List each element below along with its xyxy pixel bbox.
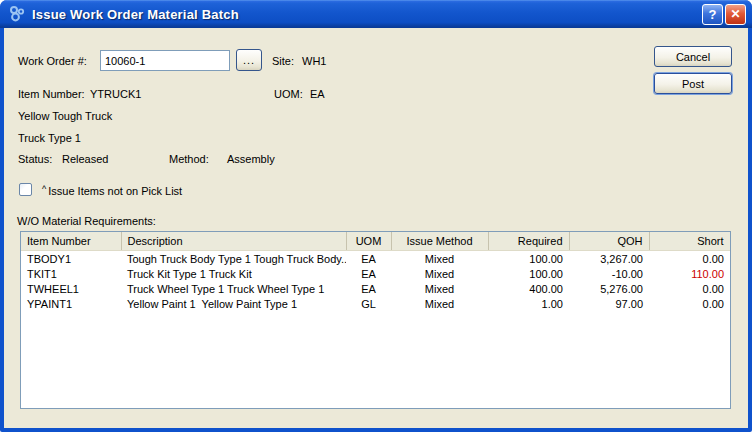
column-header-qoh[interactable]: QOH bbox=[569, 232, 649, 251]
column-header-short[interactable]: Short bbox=[649, 232, 730, 251]
grid-caption: W/O Material Requirements: bbox=[17, 215, 156, 227]
column-header-required[interactable]: Required bbox=[488, 232, 569, 251]
cell-uom: EA bbox=[346, 266, 391, 281]
issue-items-checkbox-label[interactable]: ^Issue Items not on Pick List bbox=[42, 184, 182, 197]
uom-label: UOM: bbox=[274, 88, 303, 100]
grid-row[interactable]: TBODY1 Tough Truck Body Type 1 Tough Tru… bbox=[21, 251, 730, 267]
material-requirements-grid[interactable]: Item Number Description UOM Issue Method… bbox=[20, 231, 731, 409]
method-value: Assembly bbox=[227, 153, 275, 165]
column-header-issue-method[interactable]: Issue Method bbox=[391, 232, 488, 251]
method-label: Method: bbox=[169, 153, 209, 165]
app-icon bbox=[8, 5, 26, 23]
cell-uom: EA bbox=[346, 251, 391, 267]
cell-qoh: 3,267.00 bbox=[569, 251, 649, 267]
column-header-item-number[interactable]: Item Number bbox=[21, 232, 121, 251]
cell-required: 1.00 bbox=[488, 296, 569, 311]
cell-short: 0.00 bbox=[649, 281, 730, 296]
status-label: Status: bbox=[18, 153, 52, 165]
item-number-value: YTRUCK1 bbox=[90, 88, 141, 100]
cell-item-number: TBODY1 bbox=[21, 251, 121, 267]
cell-qoh: 5,276.00 bbox=[569, 281, 649, 296]
grid-header-row: Item Number Description UOM Issue Method… bbox=[21, 232, 730, 251]
site-label: Site: bbox=[272, 55, 294, 67]
cell-issue-method: Mixed bbox=[391, 266, 488, 281]
dialog-body: Work Order #: ... Site: WH1 Cancel Post … bbox=[4, 28, 748, 428]
work-order-lookup-button[interactable]: ... bbox=[236, 49, 262, 71]
cell-issue-method: Mixed bbox=[391, 251, 488, 267]
cell-required: 100.00 bbox=[488, 266, 569, 281]
cell-short: 110.00 bbox=[649, 266, 730, 281]
window-title: Issue Work Order Material Batch bbox=[32, 7, 239, 22]
grid-row[interactable]: YPAINT1 Yellow Paint 1 Yellow Paint Type… bbox=[21, 296, 730, 311]
cell-qoh: -10.00 bbox=[569, 266, 649, 281]
column-header-uom[interactable]: UOM bbox=[346, 232, 391, 251]
cell-required: 100.00 bbox=[488, 251, 569, 267]
cell-description: Yellow Paint 1 Yellow Paint Type 1 bbox=[121, 296, 346, 311]
cell-uom: GL bbox=[346, 296, 391, 311]
cell-item-number: TKIT1 bbox=[21, 266, 121, 281]
cell-short: 0.00 bbox=[649, 251, 730, 267]
cell-uom: EA bbox=[346, 281, 391, 296]
cell-description: Truck Wheel Type 1 Truck Wheel Type 1 bbox=[121, 281, 346, 296]
status-value: Released bbox=[62, 153, 108, 165]
grid-body: TBODY1 Tough Truck Body Type 1 Tough Tru… bbox=[21, 251, 730, 312]
issue-items-checkbox[interactable] bbox=[19, 183, 32, 196]
cell-issue-method: Mixed bbox=[391, 296, 488, 311]
cell-item-number: TWHEEL1 bbox=[21, 281, 121, 296]
cell-item-number: YPAINT1 bbox=[21, 296, 121, 311]
cell-required: 400.00 bbox=[488, 281, 569, 296]
help-button[interactable]: ? bbox=[702, 4, 723, 25]
cell-description: Truck Kit Type 1 Truck Kit bbox=[121, 266, 346, 281]
work-order-input[interactable] bbox=[100, 50, 230, 71]
column-header-description[interactable]: Description bbox=[121, 232, 346, 251]
cell-description: Tough Truck Body Type 1 Tough Truck Body… bbox=[121, 251, 346, 267]
checkbox-caret-mark: ^ bbox=[42, 184, 46, 194]
cancel-button[interactable]: Cancel bbox=[654, 46, 732, 67]
close-button[interactable]: ✕ bbox=[725, 4, 746, 25]
cell-issue-method: Mixed bbox=[391, 281, 488, 296]
item-description-line2: Truck Type 1 bbox=[18, 132, 81, 144]
cell-short: 0.00 bbox=[649, 296, 730, 311]
titlebar[interactable]: Issue Work Order Material Batch ? ✕ bbox=[0, 0, 752, 28]
grid-row[interactable]: TKIT1 Truck Kit Type 1 Truck Kit EA Mixe… bbox=[21, 266, 730, 281]
work-order-label: Work Order #: bbox=[18, 55, 87, 67]
post-button[interactable]: Post bbox=[654, 73, 732, 94]
grid-row[interactable]: TWHEEL1 Truck Wheel Type 1 Truck Wheel T… bbox=[21, 281, 730, 296]
site-value: WH1 bbox=[302, 55, 326, 67]
uom-value: EA bbox=[310, 88, 325, 100]
item-description-line1: Yellow Tough Truck bbox=[18, 110, 112, 122]
cell-qoh: 97.00 bbox=[569, 296, 649, 311]
item-number-label: Item Number: bbox=[18, 88, 85, 100]
dialog-window: Issue Work Order Material Batch ? ✕ Work… bbox=[0, 0, 752, 432]
